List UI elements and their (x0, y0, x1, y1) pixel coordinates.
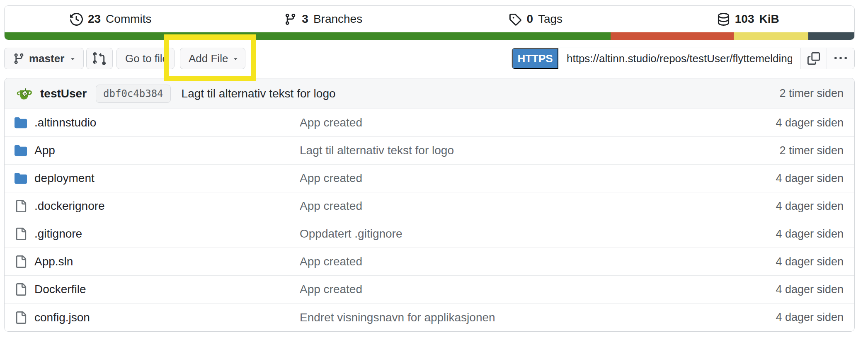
database-icon (717, 13, 730, 26)
tags-count: 0 (526, 12, 533, 26)
last-modified-time: 4 dager siden (767, 283, 844, 296)
table-row[interactable]: App.sln App created 4 dager siden (5, 248, 854, 276)
commit-message-link[interactable]: Oppdatert .gitignore (300, 227, 767, 240)
file-name-link[interactable]: .dockerignore (34, 199, 105, 213)
file-name-link[interactable]: config.json (34, 311, 90, 324)
file-name-link[interactable]: .gitignore (34, 227, 82, 240)
commit-hash-badge[interactable]: dbf0c4b384 (96, 85, 171, 103)
last-modified-time: 4 dager siden (767, 255, 844, 268)
language-segment (808, 32, 854, 40)
file-icon (15, 311, 27, 324)
file-name-cell: .gitignore (15, 227, 300, 240)
last-modified-time: 4 dager siden (767, 228, 844, 240)
last-modified-time: 4 dager siden (767, 117, 844, 129)
size-label: KiB (759, 12, 779, 26)
stat-size[interactable]: 103 KiB (642, 12, 855, 26)
repo-file-table: b testUser dbf0c4b384 Lagt til alternati… (4, 78, 855, 332)
https-protocol-button[interactable]: HTTPS (512, 48, 558, 69)
git-branch-icon (284, 13, 297, 26)
folder-icon (15, 117, 27, 129)
last-modified-time: 4 dager siden (767, 200, 844, 213)
stat-commits[interactable]: 23 Commits (5, 12, 217, 26)
git-compare-icon (93, 52, 106, 65)
language-segment (734, 32, 808, 40)
stats-row: 23 Commits 3 Branches 0 Tags 103 KiB (5, 6, 854, 32)
copy-url-button[interactable] (800, 48, 827, 69)
size-count: 103 (735, 12, 754, 26)
branch-name: master (29, 52, 64, 65)
chevron-down-icon (232, 55, 239, 62)
file-name-cell: .altinnstudio (15, 116, 300, 129)
https-label: HTTPS (517, 52, 553, 65)
file-name-link[interactable]: deployment (34, 172, 95, 185)
repo-toolbar: master Go to file Add File HTTPS (4, 48, 855, 69)
add-file-button[interactable]: Add File (180, 48, 245, 69)
language-segment (611, 32, 734, 40)
file-icon (15, 200, 27, 212)
kebab-horizontal-icon (834, 52, 847, 65)
file-icon (15, 255, 27, 268)
table-row[interactable]: .gitignore Oppdatert .gitignore 4 dager … (5, 220, 854, 248)
file-name-link[interactable]: Dockerfile (34, 283, 86, 296)
stat-branches[interactable]: 3 Branches (217, 12, 430, 26)
table-row[interactable]: .dockerignore App created 4 dager siden (5, 192, 854, 220)
file-name-cell: .dockerignore (15, 199, 300, 213)
last-modified-time: 2 timer siden (771, 144, 844, 157)
commit-message-link[interactable]: App created (300, 172, 767, 185)
commit-message-link[interactable]: App created (300, 255, 767, 268)
commit-message-link[interactable]: App created (300, 116, 767, 129)
file-name-cell: App.sln (15, 255, 300, 268)
chevron-down-icon (69, 55, 76, 62)
file-name-cell: Dockerfile (15, 283, 300, 296)
add-file-label: Add File (189, 52, 228, 65)
file-name-link[interactable]: .altinnstudio (34, 116, 96, 129)
commit-message-link[interactable]: App created (300, 199, 767, 213)
table-row[interactable]: config.json Endret visningsnavn for appl… (5, 304, 854, 331)
commit-message-link[interactable]: Lagt til alternativ tekst for logo (300, 144, 771, 157)
avatar[interactable]: b (15, 85, 34, 103)
commit-message[interactable]: Lagt til alternativ tekst for logo (182, 87, 336, 100)
git-branch-icon (13, 53, 25, 65)
folder-icon (15, 144, 27, 157)
compare-branches-button[interactable] (86, 48, 113, 69)
go-to-file-button[interactable]: Go to file (116, 48, 175, 69)
tag-icon (509, 13, 521, 26)
history-icon (70, 13, 83, 26)
commit-time: 2 timer siden (779, 87, 844, 100)
stat-tags[interactable]: 0 Tags (429, 12, 642, 26)
file-icon (15, 228, 27, 240)
folder-icon (15, 172, 27, 185)
file-name-link[interactable]: App (34, 144, 55, 157)
more-options-button[interactable] (827, 48, 854, 69)
latest-commit-header: b testUser dbf0c4b384 Lagt til alternati… (5, 78, 854, 109)
commit-author[interactable]: testUser (40, 87, 87, 100)
branches-label: Branches (313, 12, 362, 26)
copy-icon (807, 52, 820, 65)
branches-count: 3 (302, 12, 308, 26)
table-row[interactable]: .altinnstudio App created 4 dager siden (5, 109, 854, 137)
clone-url-group: HTTPS (512, 48, 855, 69)
tags-label: Tags (538, 12, 563, 26)
language-segment (5, 32, 611, 40)
go-to-file-label: Go to file (125, 52, 168, 65)
commits-label: Commits (106, 12, 151, 26)
commits-count: 23 (88, 12, 101, 26)
file-name-cell: deployment (15, 172, 300, 185)
last-modified-time: 4 dager siden (767, 311, 844, 324)
file-name-link[interactable]: App.sln (34, 255, 73, 268)
clone-url-input[interactable] (558, 48, 800, 69)
file-name-cell: config.json (15, 311, 300, 324)
table-row[interactable]: deployment App created 4 dager siden (5, 165, 854, 192)
repo-stats-bar: 23 Commits 3 Branches 0 Tags 103 KiB (4, 5, 855, 40)
table-row[interactable]: App Lagt til alternativ tekst for logo 2… (5, 137, 854, 165)
language-bar[interactable] (5, 32, 854, 40)
branch-selector-button[interactable]: master (4, 48, 84, 69)
commit-message-link[interactable]: Endret visningsnavn for applikasjonen (300, 311, 767, 324)
table-row[interactable]: Dockerfile App created 4 dager siden (5, 276, 854, 304)
commit-message-link[interactable]: App created (300, 283, 767, 296)
last-modified-time: 4 dager siden (767, 172, 844, 185)
file-name-cell: App (15, 144, 300, 157)
repo-page: 23 Commits 3 Branches 0 Tags 103 KiB (4, 0, 855, 332)
file-list: .altinnstudio App created 4 dager siden … (5, 109, 854, 331)
file-icon (15, 283, 27, 296)
